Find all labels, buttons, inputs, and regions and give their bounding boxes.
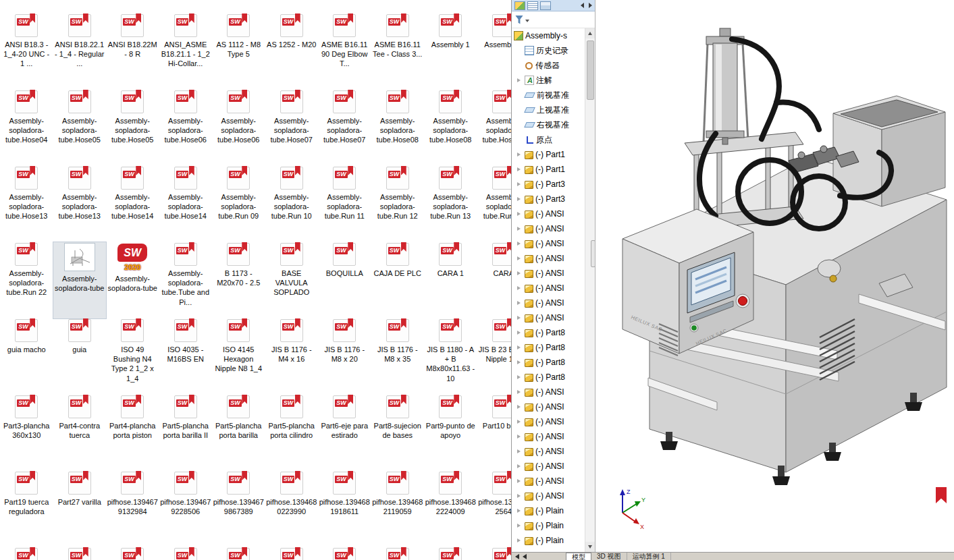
tree-item[interactable]: (-) Plain: [512, 503, 585, 518]
file-item[interactable]: JIS B 1176 - M8 x 35: [371, 318, 425, 395]
expand-arrow-icon[interactable]: [516, 77, 523, 84]
tree-item[interactable]: (-) Part8: [512, 355, 585, 370]
file-item[interactable]: Part6-eje para estirado: [318, 395, 371, 471]
file-item[interactable]: SW2020Assembly-sopladora-tube: [106, 242, 159, 318]
tree-item[interactable]: (-) ANSI: [512, 429, 585, 444]
tree-item[interactable]: (-) Part8: [512, 325, 585, 340]
file-item[interactable]: Assembly-sopladora-tube.Hose14: [159, 166, 213, 242]
tab-scroll-left-icon[interactable]: [515, 554, 519, 559]
file-item[interactable]: Assembly-sopladora-tube.Run 13: [424, 166, 477, 242]
file-item[interactable]: [424, 547, 477, 560]
expand-arrow-icon[interactable]: [516, 314, 523, 321]
expand-arrow-icon[interactable]: [516, 433, 523, 440]
scrollbar-thumb[interactable]: [587, 40, 594, 100]
tree-item-root[interactable]: Assembly-s: [512, 28, 585, 43]
tree-item[interactable]: (-) ANSI: [512, 444, 585, 459]
file-item[interactable]: Assembly-sopladora-tube.Hose06: [159, 90, 213, 166]
file-item[interactable]: pifhose.1394679132984: [106, 471, 159, 547]
file-item[interactable]: [477, 547, 512, 560]
expand-arrow-icon[interactable]: [516, 463, 523, 470]
file-item[interactable]: Part4-plancha porta piston: [106, 395, 159, 471]
file-item[interactable]: [371, 547, 425, 560]
expand-arrow-icon[interactable]: [516, 493, 523, 499]
expand-arrow-icon[interactable]: [516, 507, 523, 514]
file-item[interactable]: pifhose.1394680223990: [265, 471, 319, 547]
file-item[interactable]: ANSI B18.22.1 - 1_4 - Regular ...: [53, 13, 107, 90]
file-item[interactable]: ANSI B18.22M - 8 R: [106, 13, 159, 90]
tree-item[interactable]: (-) ANSI: [512, 281, 585, 296]
tree-item[interactable]: (-) Part1: [512, 147, 585, 162]
tree-item[interactable]: 传感器: [512, 58, 585, 73]
file-item[interactable]: pifhose.1394682119059: [371, 471, 425, 547]
file-item[interactable]: guia: [53, 318, 107, 395]
file-item[interactable]: [106, 547, 159, 560]
file-item[interactable]: JIS B 1176 - M4 x 16: [265, 318, 319, 395]
tab-3d-views[interactable]: 3D 视图: [591, 553, 627, 560]
file-item[interactable]: Assembly-sopladora-tube.Hose05: [53, 90, 107, 166]
file-item[interactable]: CARA 1: [424, 242, 477, 318]
file-item[interactable]: Part10 bujes: [477, 395, 512, 471]
file-item[interactable]: Part5-plancha porta cilindro: [265, 395, 319, 471]
tree-item[interactable]: (-) Part3: [512, 192, 585, 206]
tree-item[interactable]: (-) Part1: [512, 162, 585, 177]
3d-viewport[interactable]: HEILUX SAC HEILUX SAC: [595, 0, 954, 552]
tree-item[interactable]: (-) ANSI: [512, 221, 585, 236]
file-item[interactable]: Assembly-sopladora-tube.Run 12: [371, 166, 425, 242]
expand-arrow-icon[interactable]: [516, 285, 523, 291]
file-item[interactable]: Assembly-sopladora-tube.Hose07: [265, 90, 319, 166]
featuremanager-tree-tab[interactable]: [514, 1, 525, 10]
expand-arrow-icon[interactable]: [516, 448, 523, 455]
file-item[interactable]: Assembly-sopladora-tube.Hose13: [0, 166, 53, 242]
file-item[interactable]: BOQUILLA: [318, 242, 371, 318]
propertymanager-tab[interactable]: [527, 1, 538, 10]
file-item[interactable]: [212, 547, 265, 560]
expand-arrow-icon[interactable]: [516, 359, 523, 366]
file-item[interactable]: [159, 547, 213, 560]
tree-item[interactable]: (-) ANSI: [512, 236, 585, 251]
file-item[interactable]: guia macho: [0, 318, 53, 395]
file-item[interactable]: B 1173 - M20x70 - 2.5: [212, 242, 265, 318]
expand-arrow-icon[interactable]: [516, 196, 523, 202]
file-item[interactable]: AS 1252 - M20: [265, 13, 319, 90]
file-item[interactable]: [53, 547, 107, 560]
tree-item[interactable]: 前视基准: [512, 88, 585, 103]
file-item[interactable]: ISO 49 Bushing N4 Type 2 1_2 x 1_4: [106, 318, 159, 395]
configurationmanager-tab[interactable]: [540, 1, 551, 10]
file-item[interactable]: AS 1112 - M8 Type 5: [212, 13, 265, 90]
tree-item[interactable]: (-) ANSI: [512, 266, 585, 281]
file-item[interactable]: Assembly-sopladora-tube.Tube and Pi...: [159, 242, 213, 318]
tree-item[interactable]: (-) ANSI: [512, 488, 585, 503]
tree-item[interactable]: 历史记录: [512, 43, 585, 58]
tree-item[interactable]: (-) ANSI: [512, 474, 585, 488]
file-item[interactable]: [0, 547, 53, 560]
file-item[interactable]: Assembly-sopladora-tube.Hose06: [212, 90, 265, 166]
tree-item[interactable]: (-) ANSI: [512, 414, 585, 429]
file-item[interactable]: Assembly-sopladora-tube.Run 09: [212, 166, 265, 242]
tree-item[interactable]: (-) Part8: [512, 370, 585, 385]
file-item[interactable]: JIS B 1180 - A + B M8x80x11.63 - 10: [424, 318, 477, 395]
expand-arrow-icon[interactable]: [516, 270, 523, 277]
expand-arrow-icon[interactable]: [516, 418, 523, 425]
tab-scroll-left-icon[interactable]: [581, 3, 584, 8]
expand-arrow-icon[interactable]: [516, 374, 523, 381]
file-item-selected[interactable]: Assembly-sopladora-tube: [53, 242, 107, 318]
scroll-up-icon[interactable]: [585, 28, 595, 38]
file-item[interactable]: Assembly-sopladora-tube.Run 14: [477, 166, 512, 242]
file-item[interactable]: pifhose.1394681918611: [318, 471, 371, 547]
file-item[interactable]: Assembly-sopladora-tube.Hose13: [53, 166, 107, 242]
file-item[interactable]: Part3-plancha 360x130: [0, 395, 53, 471]
tree-item[interactable]: (-) Part8: [512, 340, 585, 355]
expand-arrow-icon[interactable]: [516, 211, 523, 217]
expand-arrow-icon[interactable]: [516, 522, 523, 529]
file-item[interactable]: [318, 547, 371, 560]
file-item[interactable]: Assembly-sopladora-tube.Hose07: [318, 90, 371, 166]
file-item[interactable]: Assembly-sopladora-tube.Hose05: [106, 90, 159, 166]
file-item[interactable]: Part19 tuerca reguladora: [0, 471, 53, 547]
tab-model[interactable]: 模型: [566, 553, 591, 560]
file-item[interactable]: Assembly-sopladora-tube.Run 10: [265, 166, 319, 242]
file-item[interactable]: Assembly 2: [477, 13, 512, 90]
file-item[interactable]: Part4-contra tuerca: [53, 395, 107, 471]
expand-arrow-icon[interactable]: [516, 166, 523, 173]
file-item[interactable]: BASE VALVULA SOPLADO: [265, 242, 319, 318]
expand-arrow-icon[interactable]: [516, 181, 523, 188]
